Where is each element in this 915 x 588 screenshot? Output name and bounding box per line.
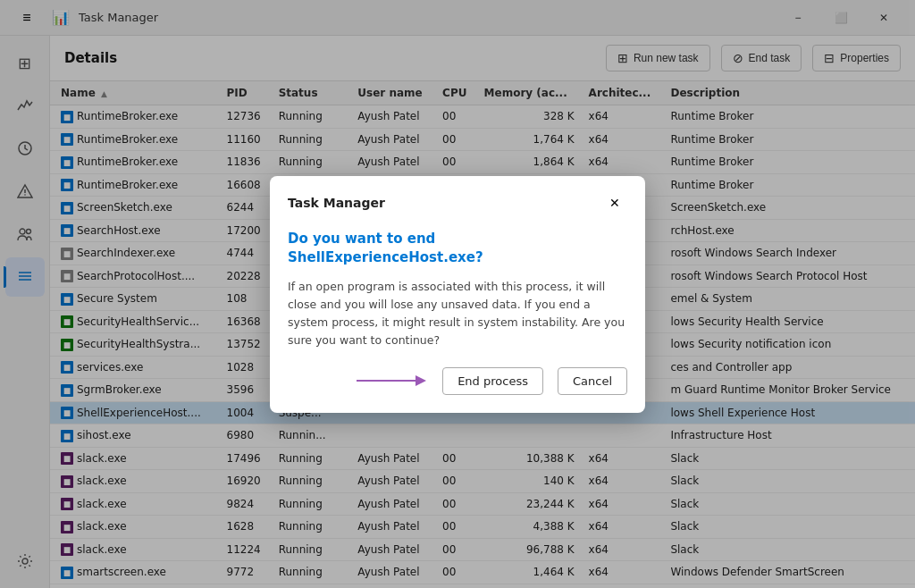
cancel-button[interactable]: Cancel	[558, 367, 627, 395]
modal-footer: End process Cancel	[288, 367, 627, 395]
modal-body: Do you want to end ShellExperienceHost.e…	[270, 223, 645, 413]
modal-title: Task Manager	[288, 196, 385, 210]
modal-question: Do you want to end ShellExperienceHost.e…	[288, 230, 627, 267]
arrow-icon	[357, 370, 428, 391]
modal-description: If an open program is associated with th…	[288, 278, 627, 349]
arrow-indicator	[288, 370, 428, 391]
modal-close-button[interactable]: ✕	[602, 190, 627, 215]
modal-header: Task Manager ✕	[270, 176, 645, 223]
modal-dialog: Task Manager ✕ Do you want to end ShellE…	[270, 176, 645, 413]
modal-overlay: Task Manager ✕ Do you want to end ShellE…	[0, 0, 915, 588]
end-process-button[interactable]: End process	[442, 367, 543, 395]
